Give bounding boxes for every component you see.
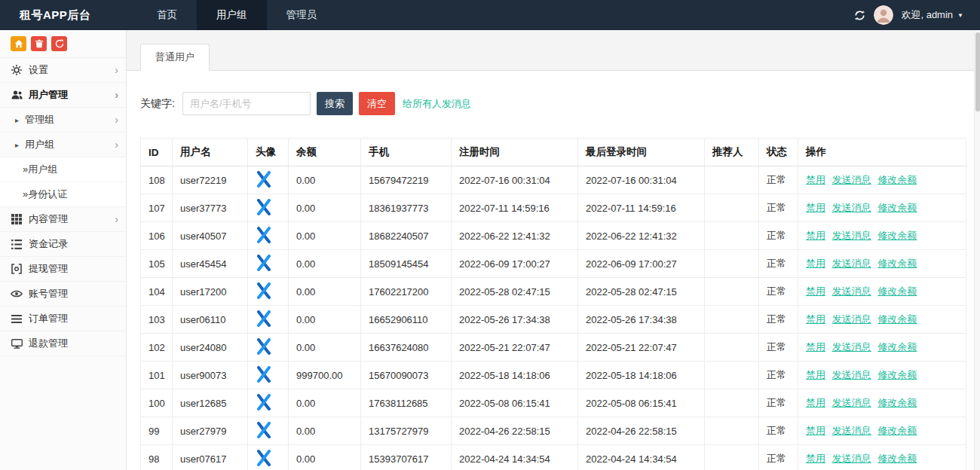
clear-button[interactable]: 清空: [359, 92, 395, 115]
nav-item-home[interactable]: 首页: [137, 0, 197, 30]
cell-phone: 17602217200: [361, 278, 452, 306]
send-message-link[interactable]: 发送消息: [832, 313, 871, 325]
user-avatar-icon: [256, 262, 272, 273]
modify-balance-link[interactable]: 修改余额: [877, 341, 917, 352]
withdraw-icon: [11, 264, 23, 274]
top-nav: 首页 用户组 管理员: [137, 0, 336, 30]
broadcast-all-link[interactable]: 给所有人发消息: [403, 97, 471, 111]
header-register-time: 注册时间: [452, 139, 578, 166]
chevron-right-icon: ›: [115, 114, 118, 126]
cell-register-time: 2022-05-28 02:47:15: [452, 278, 578, 306]
send-message-link[interactable]: 发送消息: [832, 202, 871, 213]
disable-link[interactable]: 禁用: [806, 258, 825, 269]
send-message-link[interactable]: 发送消息: [832, 397, 871, 408]
cell-actions: 禁用 发送消息 修改余额: [798, 362, 966, 389]
disable-link[interactable]: 禁用: [806, 230, 825, 241]
cell-id: 108: [141, 166, 173, 194]
send-message-link[interactable]: 发送消息: [832, 341, 871, 352]
welcome-text[interactable]: 欢迎, admin: [901, 8, 953, 22]
sidebar-item-withdrawal-management[interactable]: 提现管理: [0, 257, 126, 282]
status-badge: 正常: [759, 362, 798, 389]
sidebar-item-identity-verification[interactable]: »身份认证: [0, 182, 126, 207]
disable-link[interactable]: 禁用: [806, 453, 825, 464]
modify-balance-link[interactable]: 修改余额: [877, 313, 917, 325]
disable-link[interactable]: 禁用: [806, 369, 825, 380]
send-message-link[interactable]: 发送消息: [832, 285, 871, 297]
caret-right-icon: ▸: [15, 116, 19, 124]
cell-actions: 禁用 发送消息 修改余额: [798, 417, 966, 445]
chevron-right-icon: ›: [115, 64, 118, 76]
user-avatar[interactable]: [874, 5, 893, 25]
send-message-link[interactable]: 发送消息: [832, 425, 871, 436]
sidebar-item-order-management[interactable]: 订单管理: [0, 307, 126, 331]
modify-balance-link[interactable]: 修改余额: [877, 202, 917, 213]
cell-username: user90073: [173, 362, 248, 389]
table-row: 108 user72219 0.00 15679472219 2022-07-1…: [141, 166, 966, 194]
modify-balance-link[interactable]: 修改余额: [877, 230, 917, 241]
home-button[interactable]: [11, 36, 26, 51]
modify-balance-link[interactable]: 修改余额: [877, 285, 917, 297]
cell-register-time: 2022-05-21 22:07:47: [452, 334, 578, 362]
sync-refresh-icon[interactable]: [853, 9, 866, 22]
cell-phone: 15670090073: [361, 362, 452, 389]
sidebar-item-label: 用户管理: [29, 88, 68, 102]
keyword-input[interactable]: [182, 92, 311, 115]
nav-item-admins[interactable]: 管理员: [267, 0, 337, 30]
send-message-link[interactable]: 发送消息: [832, 230, 871, 241]
table-row: 103 user06110 0.00 16652906110 2022-05-2…: [141, 306, 966, 334]
user-avatar-icon: [256, 374, 272, 385]
grid-icon: [11, 214, 23, 224]
disable-link[interactable]: 禁用: [806, 397, 825, 408]
disable-link[interactable]: 禁用: [806, 313, 825, 325]
header-balance: 余额: [289, 139, 361, 166]
cell-register-time: 2022-04-26 22:58:15: [452, 417, 578, 445]
modify-balance-link[interactable]: 修改余额: [877, 258, 917, 269]
send-message-link[interactable]: 发送消息: [832, 258, 871, 269]
user-avatar-icon: [256, 179, 272, 190]
sidebar-item-account-management[interactable]: 账号管理: [0, 282, 126, 307]
modify-balance-link[interactable]: 修改余额: [877, 174, 917, 185]
user-avatar-icon: [256, 457, 272, 468]
cell-username: user12685: [173, 389, 248, 417]
sidebar-item-admin-group[interactable]: ▸ 管理组 ›: [0, 108, 126, 133]
send-message-link[interactable]: 发送消息: [832, 369, 871, 380]
send-message-link[interactable]: 发送消息: [832, 174, 871, 185]
disable-link[interactable]: 禁用: [806, 174, 825, 185]
modify-balance-link[interactable]: 修改余额: [877, 369, 917, 380]
disable-link[interactable]: 禁用: [806, 285, 825, 297]
cell-avatar: [248, 306, 289, 334]
vertical-scrollbar[interactable]: [974, 30, 980, 470]
modify-balance-link[interactable]: 修改余额: [877, 397, 917, 408]
modify-balance-link[interactable]: 修改余额: [877, 453, 917, 464]
users-icon: [11, 90, 23, 100]
sidebar-item-user-group[interactable]: ▸ 用户组 ›: [0, 133, 126, 157]
search-button[interactable]: 搜索: [317, 92, 353, 115]
tab-normal-users[interactable]: 普通用户: [140, 44, 210, 71]
send-message-link[interactable]: 发送消息: [832, 453, 871, 464]
disable-link[interactable]: 禁用: [806, 341, 825, 352]
trash-button[interactable]: [31, 36, 47, 51]
sidebar-item-fund-records[interactable]: 资金记录: [0, 232, 126, 257]
sidebar-item-user-management[interactable]: 用户管理 ›: [0, 83, 126, 108]
cell-referrer: [705, 222, 759, 250]
sidebar-item-content-management[interactable]: 内容管理 ›: [0, 207, 126, 232]
modify-balance-link[interactable]: 修改余额: [877, 425, 917, 436]
chevron-right-icon: ›: [115, 139, 118, 151]
cell-register-time: 2022-04-24 14:34:54: [452, 445, 578, 470]
table-row: 105 user45454 0.00 18509145454 2022-06-0…: [141, 250, 966, 278]
scrollbar-thumb[interactable]: [975, 32, 980, 111]
cell-username: user27979: [173, 417, 248, 445]
sidebar-item-settings[interactable]: 设置 ›: [0, 58, 126, 83]
refresh-button[interactable]: [51, 36, 67, 51]
disable-link[interactable]: 禁用: [806, 202, 825, 213]
cell-username: user45454: [173, 250, 248, 278]
cell-actions: 禁用 发送消息 修改余额: [798, 250, 966, 278]
sidebar-item-refund-management[interactable]: 退款管理: [0, 331, 126, 356]
nav-item-user-groups[interactable]: 用户组: [197, 0, 267, 30]
chevron-right-icon: ›: [115, 89, 118, 101]
cell-id: 105: [141, 250, 173, 278]
disable-link[interactable]: 禁用: [806, 425, 825, 436]
caret-down-icon[interactable]: ▼: [957, 12, 963, 19]
cell-actions: 禁用 发送消息 修改余额: [798, 222, 966, 250]
sidebar-item-user-group-list[interactable]: »用户组: [0, 157, 126, 182]
